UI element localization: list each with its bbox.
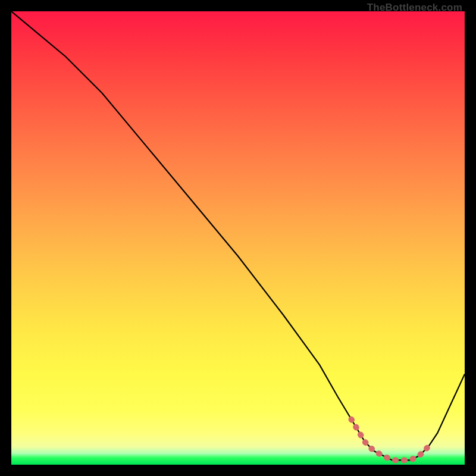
bottleneck-curve-path	[11, 11, 465, 460]
plot-area	[11, 11, 465, 465]
watermark-text: TheBottleneck.com	[367, 2, 462, 14]
line-chart-svg	[11, 11, 465, 465]
chart-frame: TheBottleneck.com	[0, 0, 476, 476]
